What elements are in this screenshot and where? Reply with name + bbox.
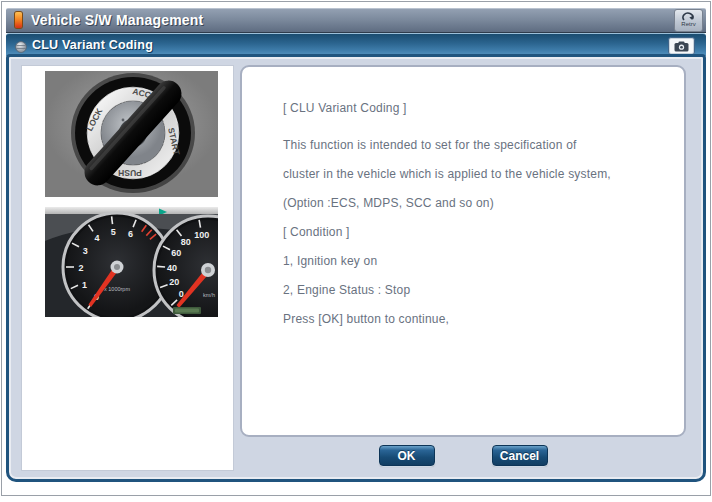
camera-icon — [674, 41, 689, 52]
speed-number: 60 — [171, 248, 181, 258]
description-line: (Option :ECS, MDPS, SCC and so on) — [283, 189, 656, 218]
tach-number: 1 — [82, 280, 87, 290]
press-note: Press [OK] button to continue, — [283, 305, 656, 334]
retry-button-label: Retrv — [675, 21, 702, 27]
tach-number: 5 — [111, 227, 116, 237]
condition-item: 2, Engine Status : Stop — [283, 276, 656, 305]
speed-number: 40 — [167, 263, 177, 273]
tach-number: 6 — [128, 229, 133, 239]
description-line: cluster in the vehicle which is applied … — [283, 160, 656, 189]
condition-heading: [ Condition ] — [283, 218, 656, 247]
speed-unit-label: km/h — [203, 292, 215, 298]
description-line: This function is intended to set for the… — [283, 131, 656, 160]
speed-number: 80 — [181, 237, 191, 247]
instruction-panel: [ CLU Variant Coding ] This function is … — [240, 65, 686, 437]
tach-number: 4 — [94, 233, 99, 243]
ignition-switch-image: LOCK ACC START PUSH — [45, 71, 218, 201]
instruction-heading: [ CLU Variant Coding ] — [283, 94, 656, 123]
tach-number: 2 — [78, 263, 83, 273]
retry-button[interactable]: Retrv — [674, 9, 703, 32]
condition-item: 1, Ignition key on — [283, 247, 656, 276]
speed-number: 20 — [169, 277, 179, 287]
app-icon — [15, 12, 22, 28]
dialog-title: CLU Variant Coding — [32, 38, 153, 52]
ignition-label-push: PUSH — [118, 168, 142, 178]
button-row: OK Cancel — [240, 445, 686, 466]
ok-button[interactable]: OK — [379, 445, 435, 466]
dialog-title-bar: CLU Variant Coding — [6, 33, 706, 56]
screenshot-button[interactable] — [668, 37, 695, 55]
speed-number: 100 — [194, 230, 209, 240]
cancel-button[interactable]: Cancel — [492, 445, 548, 466]
app-window: Vehicle S/W Management Retrv CLU Variant… — [1, 1, 711, 496]
window-title: Vehicle S/W Management — [31, 12, 203, 28]
title-bar: Vehicle S/W Management Retrv — [6, 8, 706, 33]
cluster-image: 0 1 2 3 4 5 6 x 1000rpm — [45, 207, 218, 321]
illustration-panel: LOCK ACC START PUSH — [21, 65, 234, 471]
tach-unit-label: x 1000rpm — [104, 286, 130, 292]
dialog-content: LOCK ACC START PUSH — [6, 54, 706, 482]
tach-number: 3 — [83, 246, 88, 256]
